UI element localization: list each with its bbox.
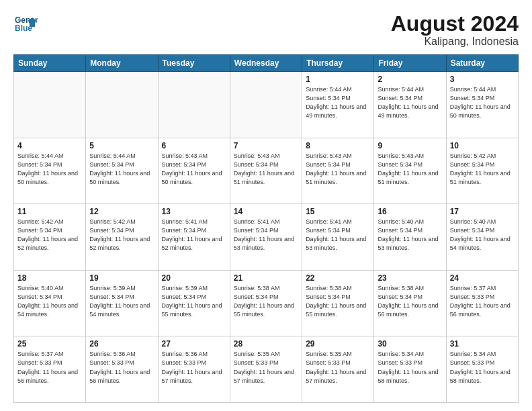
table-row: 11Sunrise: 5:42 AM Sunset: 5:34 PM Dayli… — [14, 204, 86, 271]
table-row: 27Sunrise: 5:36 AM Sunset: 5:33 PM Dayli… — [158, 336, 230, 403]
day-info: Sunrise: 5:37 AM Sunset: 5:33 PM Dayligh… — [450, 284, 515, 319]
table-row — [230, 72, 302, 138]
day-info: Sunrise: 5:38 AM Sunset: 5:34 PM Dayligh… — [378, 284, 442, 319]
day-info: Sunrise: 5:42 AM Sunset: 5:34 PM Dayligh… — [89, 218, 154, 253]
day-number: 17 — [450, 207, 515, 216]
header-thursday: Thursday — [302, 55, 374, 72]
day-info: Sunrise: 5:43 AM Sunset: 5:34 PM Dayligh… — [306, 152, 370, 187]
table-row: 28Sunrise: 5:35 AM Sunset: 5:33 PM Dayli… — [230, 336, 302, 403]
table-row: 3Sunrise: 5:44 AM Sunset: 5:34 PM Daylig… — [446, 72, 518, 138]
table-row: 7Sunrise: 5:43 AM Sunset: 5:34 PM Daylig… — [230, 138, 302, 204]
day-info: Sunrise: 5:39 AM Sunset: 5:34 PM Dayligh… — [89, 284, 154, 319]
table-row: 26Sunrise: 5:36 AM Sunset: 5:33 PM Dayli… — [86, 336, 158, 403]
header-monday: Monday — [86, 55, 158, 72]
table-row: 8Sunrise: 5:43 AM Sunset: 5:34 PM Daylig… — [302, 138, 374, 204]
table-row: 15Sunrise: 5:41 AM Sunset: 5:34 PM Dayli… — [302, 204, 374, 271]
day-number: 20 — [162, 273, 226, 283]
table-row: 16Sunrise: 5:40 AM Sunset: 5:34 PM Dayli… — [374, 204, 446, 271]
day-info: Sunrise: 5:44 AM Sunset: 5:34 PM Dayligh… — [17, 152, 82, 187]
calendar-table: Sunday Monday Tuesday Wednesday Thursday… — [13, 54, 519, 403]
header-wednesday: Wednesday — [230, 55, 302, 72]
table-row: 14Sunrise: 5:41 AM Sunset: 5:34 PM Dayli… — [230, 204, 302, 271]
day-info: Sunrise: 5:35 AM Sunset: 5:33 PM Dayligh… — [234, 350, 298, 385]
calendar-header-row: Sunday Monday Tuesday Wednesday Thursday… — [14, 55, 519, 72]
table-row: 24Sunrise: 5:37 AM Sunset: 5:33 PM Dayli… — [446, 270, 518, 336]
table-row: 22Sunrise: 5:38 AM Sunset: 5:34 PM Dayli… — [302, 270, 374, 336]
day-info: Sunrise: 5:36 AM Sunset: 5:33 PM Dayligh… — [89, 350, 154, 385]
day-info: Sunrise: 5:44 AM Sunset: 5:34 PM Dayligh… — [378, 85, 442, 120]
day-number: 10 — [450, 141, 515, 150]
table-row: 5Sunrise: 5:44 AM Sunset: 5:34 PM Daylig… — [86, 138, 158, 204]
day-number: 27 — [162, 339, 226, 349]
table-row: 13Sunrise: 5:41 AM Sunset: 5:34 PM Dayli… — [158, 204, 230, 271]
day-info: Sunrise: 5:34 AM Sunset: 5:33 PM Dayligh… — [378, 350, 442, 385]
day-number: 16 — [378, 207, 442, 216]
day-info: Sunrise: 5:44 AM Sunset: 5:34 PM Dayligh… — [306, 85, 370, 120]
day-info: Sunrise: 5:40 AM Sunset: 5:34 PM Dayligh… — [378, 218, 442, 253]
day-number: 7 — [234, 141, 298, 150]
table-row: 2Sunrise: 5:44 AM Sunset: 5:34 PM Daylig… — [374, 72, 446, 138]
day-number: 3 — [450, 75, 515, 84]
day-number: 5 — [89, 141, 154, 150]
day-info: Sunrise: 5:36 AM Sunset: 5:33 PM Dayligh… — [162, 350, 226, 385]
table-row: 17Sunrise: 5:40 AM Sunset: 5:34 PM Dayli… — [446, 204, 518, 271]
table-row: 9Sunrise: 5:43 AM Sunset: 5:34 PM Daylig… — [374, 138, 446, 204]
day-info: Sunrise: 5:35 AM Sunset: 5:33 PM Dayligh… — [306, 350, 370, 385]
table-row: 12Sunrise: 5:42 AM Sunset: 5:34 PM Dayli… — [86, 204, 158, 271]
table-row: 23Sunrise: 5:38 AM Sunset: 5:34 PM Dayli… — [374, 270, 446, 336]
calendar-week-row: 1Sunrise: 5:44 AM Sunset: 5:34 PM Daylig… — [14, 72, 519, 138]
day-info: Sunrise: 5:38 AM Sunset: 5:34 PM Dayligh… — [306, 284, 370, 319]
table-row: 6Sunrise: 5:43 AM Sunset: 5:34 PM Daylig… — [158, 138, 230, 204]
day-number: 24 — [450, 273, 515, 283]
table-row: 20Sunrise: 5:39 AM Sunset: 5:34 PM Dayli… — [158, 270, 230, 336]
table-row: 29Sunrise: 5:35 AM Sunset: 5:33 PM Dayli… — [302, 336, 374, 403]
day-info: Sunrise: 5:44 AM Sunset: 5:34 PM Dayligh… — [450, 85, 515, 120]
day-info: Sunrise: 5:37 AM Sunset: 5:33 PM Dayligh… — [17, 350, 82, 385]
logo-icon: General Blue — [13, 12, 38, 36]
table-row — [158, 72, 230, 138]
day-number: 28 — [234, 339, 298, 349]
header-tuesday: Tuesday — [158, 55, 230, 72]
day-number: 2 — [378, 75, 442, 84]
day-number: 26 — [89, 339, 154, 349]
day-number: 11 — [17, 207, 82, 216]
day-info: Sunrise: 5:43 AM Sunset: 5:34 PM Dayligh… — [378, 152, 442, 187]
day-number: 15 — [306, 207, 370, 216]
day-info: Sunrise: 5:39 AM Sunset: 5:34 PM Dayligh… — [162, 284, 226, 319]
day-info: Sunrise: 5:43 AM Sunset: 5:34 PM Dayligh… — [162, 152, 226, 187]
day-number: 30 — [378, 339, 442, 349]
day-info: Sunrise: 5:34 AM Sunset: 5:33 PM Dayligh… — [450, 350, 515, 385]
header: General Blue August 2024 Kalipang, Indon… — [13, 12, 519, 48]
day-number: 6 — [162, 141, 226, 150]
title-block: August 2024 Kalipang, Indonesia — [391, 12, 519, 48]
day-number: 23 — [378, 273, 442, 283]
day-number: 4 — [17, 141, 82, 150]
header-saturday: Saturday — [446, 55, 518, 72]
calendar-week-row: 4Sunrise: 5:44 AM Sunset: 5:34 PM Daylig… — [14, 138, 519, 204]
table-row: 31Sunrise: 5:34 AM Sunset: 5:33 PM Dayli… — [446, 336, 518, 403]
day-info: Sunrise: 5:40 AM Sunset: 5:34 PM Dayligh… — [450, 218, 515, 253]
day-number: 1 — [306, 75, 370, 84]
table-row: 18Sunrise: 5:40 AM Sunset: 5:34 PM Dayli… — [14, 270, 86, 336]
day-info: Sunrise: 5:41 AM Sunset: 5:34 PM Dayligh… — [306, 218, 370, 253]
table-row: 21Sunrise: 5:38 AM Sunset: 5:34 PM Dayli… — [230, 270, 302, 336]
day-info: Sunrise: 5:38 AM Sunset: 5:34 PM Dayligh… — [234, 284, 298, 319]
day-info: Sunrise: 5:41 AM Sunset: 5:34 PM Dayligh… — [162, 218, 226, 253]
day-number: 8 — [306, 141, 370, 150]
day-info: Sunrise: 5:40 AM Sunset: 5:34 PM Dayligh… — [17, 284, 82, 319]
table-row — [14, 72, 86, 138]
table-row: 30Sunrise: 5:34 AM Sunset: 5:33 PM Dayli… — [374, 336, 446, 403]
day-info: Sunrise: 5:41 AM Sunset: 5:34 PM Dayligh… — [234, 218, 298, 253]
page: General Blue August 2024 Kalipang, Indon… — [0, 0, 532, 411]
day-number: 19 — [89, 273, 154, 283]
calendar-week-row: 18Sunrise: 5:40 AM Sunset: 5:34 PM Dayli… — [14, 270, 519, 336]
day-info: Sunrise: 5:44 AM Sunset: 5:34 PM Dayligh… — [89, 152, 154, 187]
day-number: 22 — [306, 273, 370, 283]
day-number: 13 — [162, 207, 226, 216]
calendar-subtitle: Kalipang, Indonesia — [391, 36, 519, 48]
table-row: 19Sunrise: 5:39 AM Sunset: 5:34 PM Dayli… — [86, 270, 158, 336]
table-row: 10Sunrise: 5:42 AM Sunset: 5:34 PM Dayli… — [446, 138, 518, 204]
table-row: 25Sunrise: 5:37 AM Sunset: 5:33 PM Dayli… — [14, 336, 86, 403]
header-friday: Friday — [374, 55, 446, 72]
day-info: Sunrise: 5:43 AM Sunset: 5:34 PM Dayligh… — [234, 152, 298, 187]
